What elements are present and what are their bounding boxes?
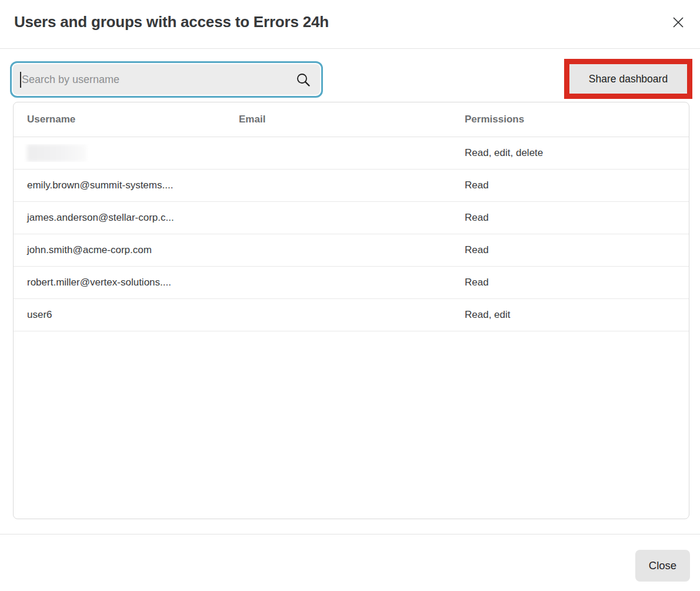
username-cell: john.smith@acme-corp.com <box>14 244 239 256</box>
redacted-username <box>27 144 86 162</box>
search-icon[interactable] <box>295 72 311 88</box>
search-placeholder: Search by username <box>22 74 295 86</box>
text-cursor <box>20 72 21 88</box>
username-cell <box>14 144 239 162</box>
search-field[interactable]: Search by username <box>13 64 320 95</box>
username-cell: robert.miller@vertex-solutions.... <box>14 277 239 288</box>
close-button[interactable]: Close <box>635 550 690 582</box>
modal-header: Users and groups with access to Errors 2… <box>0 0 700 49</box>
column-header-email: Email <box>239 114 465 125</box>
search-input[interactable]: Search by username <box>10 61 323 98</box>
permissions-cell: Read <box>465 180 689 191</box>
permissions-cell: Read, edit <box>465 309 689 321</box>
share-access-modal: Users and groups with access to Errors 2… <box>0 0 700 591</box>
annotation-highlight-box: Share dashboard <box>564 59 692 99</box>
username-cell: emily.brown@summit-systems.... <box>14 180 239 191</box>
table-row: Read, edit, delete <box>14 137 689 170</box>
close-icon-glyph <box>672 16 685 29</box>
column-header-username: Username <box>14 114 239 125</box>
table-row: user6 Read, edit <box>14 299 689 331</box>
username-cell: user6 <box>14 309 239 321</box>
permissions-cell: Read <box>465 244 689 256</box>
share-dashboard-button[interactable]: Share dashboard <box>569 64 687 94</box>
permissions-cell: Read <box>465 212 689 224</box>
column-header-permissions: Permissions <box>465 114 689 125</box>
modal-title: Users and groups with access to Errors 2… <box>14 13 329 31</box>
permissions-cell: Read, edit, delete <box>465 147 689 159</box>
table-row: robert.miller@vertex-solutions.... Read <box>14 267 689 299</box>
table-header-row: Username Email Permissions <box>14 102 689 137</box>
table-row: john.smith@acme-corp.com Read <box>14 234 689 267</box>
permissions-cell: Read <box>465 277 689 288</box>
search-icon-glyph <box>295 72 311 88</box>
table-row: emily.brown@summit-systems.... Read <box>14 170 689 202</box>
close-icon[interactable] <box>671 15 685 29</box>
username-cell: james.anderson@stellar-corp.c... <box>14 212 239 224</box>
modal-footer: Close <box>0 534 700 591</box>
access-table: Username Email Permissions Read, edit, d… <box>13 102 689 519</box>
table-row: james.anderson@stellar-corp.c... Read <box>14 202 689 234</box>
